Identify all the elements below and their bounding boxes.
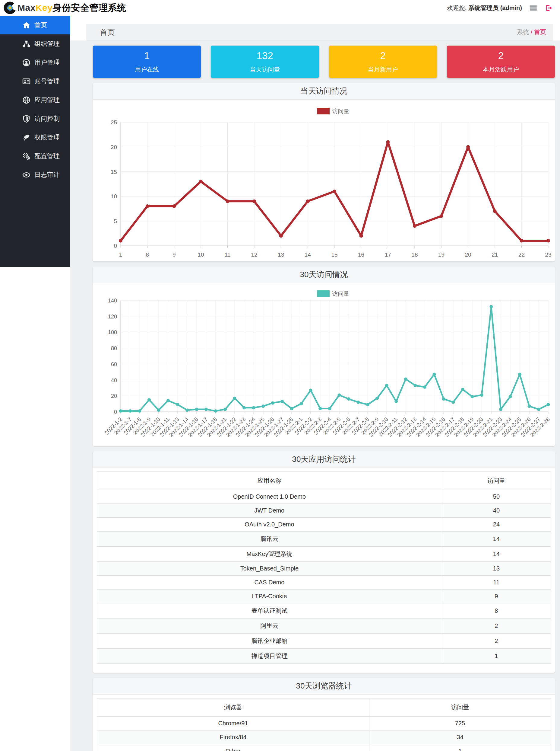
sidebar-item-users[interactable]: 用户管理 [0, 53, 70, 72]
table-row: 表单认证测试8 [97, 603, 551, 618]
sidebar-item-label: 权限管理 [34, 133, 60, 141]
svg-text:9: 9 [173, 251, 176, 258]
table-cell: 34 [369, 730, 551, 744]
app-logo: MaxKey身份安全管理系统 [4, 1, 126, 14]
sidebar-item-apps[interactable]: 应用管理 [0, 91, 70, 109]
svg-text:1: 1 [119, 251, 122, 258]
id-card-icon [22, 77, 31, 85]
table-cell: CAS Demo [97, 576, 442, 590]
sidebar-item-audit[interactable]: 日志审计 [0, 166, 70, 184]
column-header: 浏览器 [97, 698, 369, 717]
table-cell: OpenID Connect 1.0 Demo [97, 490, 442, 504]
svg-text:访问量: 访问量 [332, 108, 349, 114]
app-visits-table: 应用名称访问量 OpenID Connect 1.0 Demo50JWT Dem… [97, 471, 551, 664]
svg-text:19: 19 [438, 251, 444, 258]
globe-icon [22, 96, 31, 104]
svg-text:140: 140 [108, 297, 117, 304]
stat-label: 当天访问量 [211, 65, 319, 74]
svg-text:0: 0 [114, 409, 117, 415]
svg-text:20: 20 [111, 393, 117, 399]
table-row: 腾讯云14 [97, 532, 551, 547]
table-cell: 2 [442, 634, 551, 649]
sidebar-item-label: 账号管理 [34, 77, 60, 85]
table-row: Other1 [97, 744, 551, 751]
eye-icon [22, 171, 31, 179]
svg-text:12: 12 [251, 251, 258, 258]
sidebar-item-accounts[interactable]: 账号管理 [0, 72, 70, 91]
svg-text:23: 23 [545, 251, 551, 258]
column-header: 应用名称 [97, 472, 442, 490]
table-cell: 11 [442, 576, 551, 590]
page-title: 首页 [100, 27, 115, 37]
table-row: OpenID Connect 1.0 Demo50 [97, 490, 551, 504]
table-cell: 2 [442, 618, 551, 634]
monthly-visits-card: 30天访问情况 0204060801001201402022-1-22022-1… [93, 267, 555, 446]
table-row: Firefox/8434 [97, 730, 551, 744]
table-row: Chrome/91725 [97, 717, 551, 730]
stat-label: 用户在线 [93, 65, 201, 74]
chart-canvas: 0204060801001201402022-1-22022-1-72022-1… [93, 283, 555, 446]
sidebar-item-org[interactable]: 组织管理 [0, 34, 70, 53]
svg-text:60: 60 [111, 361, 117, 367]
table-row: MaxKey管理系统14 [97, 547, 551, 562]
table-cell: MaxKey管理系统 [97, 547, 442, 562]
table-row: JWT Demo40 [97, 504, 551, 518]
sidebar-item-home[interactable]: 首页 [0, 16, 70, 34]
breadcrumb-root[interactable]: 系统 [517, 29, 529, 35]
welcome-text: 欢迎您: 系统管理员 (admin) [447, 4, 522, 12]
table-row: 禅道项目管理1 [97, 649, 551, 664]
table-row: OAuth v2.0_Demo24 [97, 518, 551, 532]
table-cell: 50 [442, 490, 551, 504]
svg-text:18: 18 [411, 251, 418, 258]
stat-card-online-users: 1用户在线 [93, 45, 201, 78]
svg-text:11: 11 [225, 251, 231, 258]
gears-icon [22, 152, 31, 160]
sidebar-item-label: 日志审计 [34, 171, 60, 179]
table-cell: Chrome/91 [97, 717, 369, 730]
maxkey-logo-icon [4, 1, 16, 14]
svg-text:80: 80 [111, 345, 117, 351]
app-visits-title: 30天应用访问统计 [93, 451, 555, 468]
table-row: 阿里云2 [97, 618, 551, 634]
svg-text:16: 16 [358, 251, 364, 258]
stat-value: 2 [329, 50, 437, 62]
sidebar-item-label: 组织管理 [34, 40, 60, 48]
stat-card-new-users-month: 2当月新用户 [329, 45, 437, 78]
svg-text:15: 15 [331, 251, 337, 258]
table-cell: 腾讯企业邮箱 [97, 634, 442, 649]
table-row: CAS Demo11 [97, 576, 551, 590]
chart-legend: 访问量 [317, 108, 349, 114]
table-cell: 8 [442, 603, 551, 618]
svg-text:100: 100 [108, 329, 117, 335]
table-cell: 725 [369, 717, 551, 730]
chart-canvas: 0510152025189101112131415161718192021222… [93, 100, 555, 262]
stat-label: 本月活跃用户 [447, 65, 555, 74]
table-cell: 禅道项目管理 [97, 649, 442, 664]
logout-icon[interactable] [544, 3, 553, 12]
breadcrumb: 系统 / 首页 [517, 28, 546, 36]
daily-visits-card: 当天访问情况 051015202518910111213141516171819… [93, 83, 555, 262]
table-cell: Firefox/84 [97, 730, 369, 744]
table-header-row: 浏览器访问量 [97, 698, 551, 717]
table-cell: 40 [442, 504, 551, 518]
menu-icon[interactable] [528, 3, 538, 12]
sidebar-item-access-control[interactable]: 访问控制 [0, 109, 70, 128]
table-cell: Token_Based_Simple [97, 562, 442, 576]
sidebar-item-permissions[interactable]: 权限管理 [0, 128, 70, 147]
svg-text:22: 22 [518, 251, 525, 258]
table-row: 腾讯企业邮箱2 [97, 634, 551, 649]
svg-text:120: 120 [108, 314, 117, 320]
browser-stats-card: 30天浏览器统计 浏览器访问量 Chrome/91725Firefox/8434… [93, 678, 555, 751]
browser-stats-table: 浏览器访问量 Chrome/91725Firefox/8434Other1Chr… [97, 698, 551, 751]
column-header: 访问量 [369, 698, 551, 717]
table-cell: Other [97, 744, 369, 751]
sidebar-item-label: 配置管理 [34, 152, 60, 160]
home-icon [22, 21, 31, 29]
table-cell: 13 [442, 562, 551, 576]
sidebar-item-config[interactable]: 配置管理 [0, 147, 70, 166]
daily-visits-title: 当天访问情况 [93, 83, 555, 100]
table-cell: 表单认证测试 [97, 603, 442, 618]
sidebar-item-label: 用户管理 [34, 58, 60, 67]
stat-value: 1 [93, 50, 201, 62]
svg-text:17: 17 [385, 251, 391, 258]
